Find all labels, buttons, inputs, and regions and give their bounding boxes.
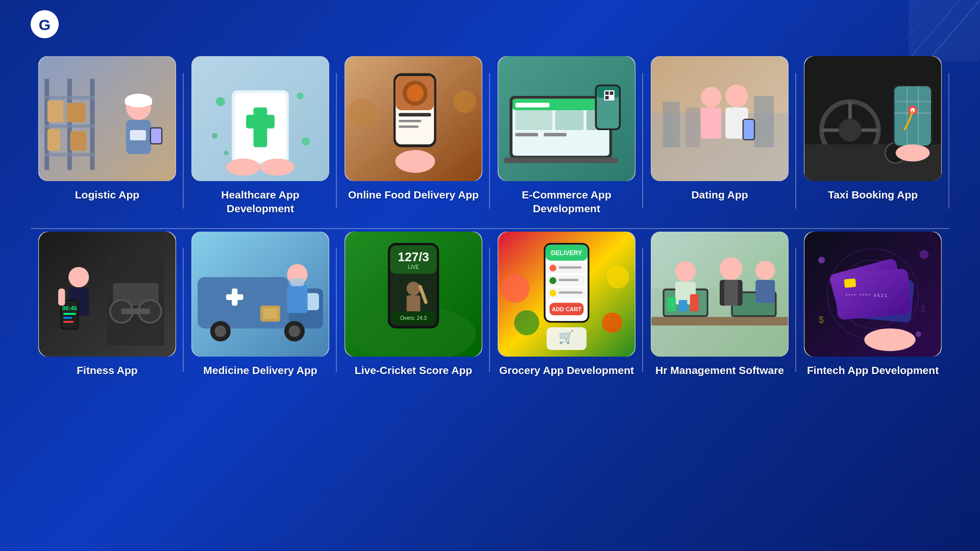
logo-icon: G xyxy=(31,10,59,38)
app-item-cricket[interactable]: 127/3 LIVE Overs: 24.3 Live-Cricket Scor… xyxy=(337,232,490,388)
svg-rect-105 xyxy=(121,309,150,314)
app-label-fitness: Fitness App xyxy=(77,364,137,377)
app-item-fitness[interactable]: 00:45 Fitness App xyxy=(31,232,184,388)
app-item-logistic[interactable]: Logistic App xyxy=(31,56,184,226)
svg-point-174 xyxy=(720,257,743,280)
svg-point-120 xyxy=(215,325,226,337)
app-item-medicine[interactable]: Medicine Delivery App xyxy=(184,232,337,388)
app-item-taxi[interactable]: Taxi Booking App xyxy=(796,56,949,226)
svg-point-33 xyxy=(302,138,310,146)
svg-point-32 xyxy=(212,133,217,139)
app-image-food xyxy=(345,56,482,181)
app-item-grocery[interactable]: DELIVERY ADD CART 🛒 Grocery App Developm… xyxy=(490,232,643,388)
svg-rect-159 xyxy=(558,291,582,293)
app-image-logistic xyxy=(38,56,176,181)
svg-rect-114 xyxy=(58,289,65,306)
logo: G xyxy=(31,10,64,38)
app-image-cricket: 127/3 LIVE Overs: 24.3 xyxy=(345,232,482,357)
svg-point-155 xyxy=(550,277,556,284)
svg-rect-112 xyxy=(63,317,72,318)
apps-grid: Logistic App Healthcare App Development xyxy=(31,56,949,388)
svg-rect-44 xyxy=(399,113,431,117)
svg-rect-67 xyxy=(610,91,614,95)
svg-rect-14 xyxy=(47,101,63,122)
svg-rect-56 xyxy=(555,110,584,130)
svg-point-152 xyxy=(550,265,556,271)
app-item-hr[interactable]: Hr Management Software xyxy=(643,232,796,388)
svg-point-34 xyxy=(224,151,229,155)
app-image-fintech: **** **** 4521 $ ₿ xyxy=(804,232,942,357)
svg-point-194 xyxy=(919,250,928,259)
svg-point-99 xyxy=(896,144,930,161)
svg-text:**** **** 4521: **** **** 4521 xyxy=(845,293,888,298)
svg-text:ADD CART: ADD CART xyxy=(552,306,581,312)
svg-text:00:45: 00:45 xyxy=(62,305,77,311)
app-label-taxi: Taxi Booking App xyxy=(828,188,918,202)
svg-rect-17 xyxy=(70,131,86,151)
svg-point-193 xyxy=(818,257,825,263)
svg-rect-124 xyxy=(226,294,243,300)
svg-point-76 xyxy=(701,87,721,107)
app-image-hr xyxy=(651,232,789,357)
svg-rect-15 xyxy=(66,103,86,122)
svg-text:Overs: 24.3: Overs: 24.3 xyxy=(400,315,427,321)
app-image-fitness: 00:45 xyxy=(38,232,176,357)
svg-rect-13 xyxy=(44,153,94,157)
svg-rect-22 xyxy=(125,101,153,105)
svg-text:₿: ₿ xyxy=(921,304,925,313)
app-label-cricket: Live-Cricket Score App xyxy=(355,364,472,377)
svg-rect-176 xyxy=(724,280,738,306)
svg-point-196 xyxy=(864,329,915,352)
svg-rect-129 xyxy=(290,278,304,286)
app-image-ecommerce xyxy=(498,56,635,181)
app-image-grocery: DELIVERY ADD CART 🛒 xyxy=(498,232,635,357)
svg-rect-191 xyxy=(844,279,856,288)
svg-rect-68 xyxy=(605,96,609,99)
app-image-taxi xyxy=(804,56,942,181)
svg-point-158 xyxy=(550,290,556,296)
svg-point-146 xyxy=(602,312,622,333)
app-item-healthcare[interactable]: Healthcare App Development xyxy=(184,56,337,226)
svg-point-43 xyxy=(407,85,424,102)
svg-text:DELIVERY: DELIVERY xyxy=(551,249,582,257)
app-item-fintech[interactable]: **** **** 4521 $ ₿ Fintech App Developme… xyxy=(796,232,949,388)
app-label-ecommerce: E-Commerce App Development xyxy=(498,188,635,215)
svg-rect-181 xyxy=(690,294,699,311)
svg-rect-180 xyxy=(679,300,688,311)
svg-rect-92 xyxy=(894,86,930,145)
svg-text:LIVE: LIVE xyxy=(408,264,419,269)
app-image-dating xyxy=(651,56,789,181)
svg-rect-77 xyxy=(701,107,721,138)
svg-point-36 xyxy=(260,159,295,176)
svg-rect-178 xyxy=(755,280,775,303)
svg-rect-79 xyxy=(744,120,754,139)
svg-rect-128 xyxy=(263,309,278,319)
app-item-ecommerce[interactable]: E-Commerce App Development xyxy=(490,56,643,226)
svg-rect-16 xyxy=(47,129,60,151)
app-label-food: Online Food Delivery App xyxy=(348,188,479,202)
svg-point-74 xyxy=(725,85,748,108)
svg-point-143 xyxy=(501,274,530,303)
svg-rect-29 xyxy=(246,115,275,129)
svg-point-83 xyxy=(839,119,862,142)
app-item-food[interactable]: Online Food Delivery App xyxy=(337,56,490,226)
svg-point-49 xyxy=(453,90,476,113)
svg-rect-64 xyxy=(504,158,618,163)
svg-point-47 xyxy=(395,150,435,173)
svg-text:127/3: 127/3 xyxy=(398,250,429,264)
svg-point-137 xyxy=(407,282,421,295)
svg-rect-71 xyxy=(663,102,679,147)
svg-rect-55 xyxy=(516,103,550,107)
svg-point-195 xyxy=(916,331,921,337)
app-label-grocery: Grocery App Development xyxy=(499,364,634,377)
svg-point-31 xyxy=(297,92,303,99)
svg-rect-60 xyxy=(544,133,567,137)
header: G xyxy=(31,10,949,38)
svg-rect-11 xyxy=(44,96,94,99)
svg-text:🛒: 🛒 xyxy=(559,330,575,345)
svg-rect-66 xyxy=(605,91,609,95)
svg-rect-73 xyxy=(754,96,774,147)
app-label-logistic: Logistic App xyxy=(75,188,139,202)
app-item-dating[interactable]: Dating App xyxy=(643,56,796,226)
svg-rect-59 xyxy=(516,133,538,137)
